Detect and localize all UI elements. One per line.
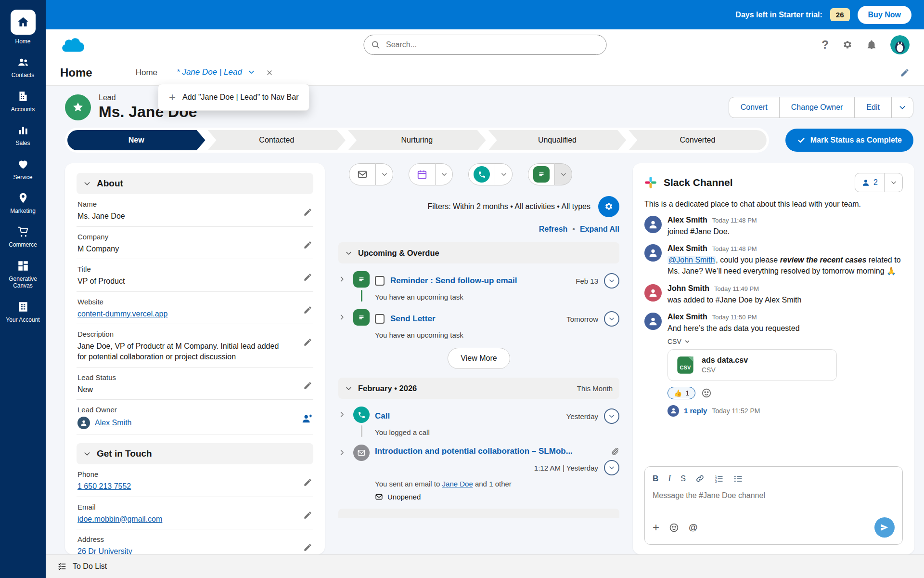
add-to-nav-popup[interactable]: + Add "Jane Doe | Lead" to Nav Bar bbox=[158, 84, 309, 111]
edit-pencil-icon[interactable] bbox=[303, 543, 312, 552]
user-mention[interactable]: @John Smith bbox=[667, 256, 716, 264]
reaction-pill[interactable]: 👍 1 bbox=[667, 387, 695, 399]
task-title-link[interactable]: Reminder : Send follow-up email bbox=[390, 276, 517, 286]
item-actions-button[interactable] bbox=[604, 273, 619, 289]
phone-link[interactable]: 1 650 213 7552 bbox=[77, 482, 131, 490]
ordered-list-icon[interactable]: 123 bbox=[714, 474, 724, 484]
sidebar-item-service[interactable]: Service bbox=[0, 158, 46, 181]
convert-button[interactable]: Convert bbox=[729, 97, 780, 118]
edit-pencil-icon[interactable] bbox=[900, 68, 910, 78]
slack-dropdown-button[interactable] bbox=[885, 173, 903, 192]
refresh-link[interactable]: Refresh bbox=[539, 225, 568, 234]
buy-now-button[interactable]: Buy Now bbox=[858, 6, 911, 24]
email-link[interactable]: jdoe.mobbin@gmail.com bbox=[77, 515, 162, 523]
website-link[interactable]: content-dummy.vercel.app bbox=[77, 310, 167, 318]
sidebar-item-sales[interactable]: Sales bbox=[0, 124, 46, 146]
more-actions-button[interactable] bbox=[891, 97, 913, 118]
thread-reply-row[interactable]: 1 reply Today 11:52 PM bbox=[667, 405, 903, 417]
sidebar-item-generative-canvas[interactable]: Generative Canvas bbox=[0, 260, 46, 289]
help-icon[interactable]: ? bbox=[821, 38, 829, 52]
email-dropdown-button[interactable] bbox=[376, 163, 393, 185]
attach-plus-icon[interactable]: + bbox=[653, 522, 659, 533]
activity-settings-button[interactable] bbox=[598, 196, 619, 217]
item-actions-button[interactable] bbox=[604, 311, 619, 327]
chevron-down-icon[interactable] bbox=[248, 68, 255, 76]
address-link[interactable]: 26 Dr University bbox=[77, 546, 177, 554]
task-checkbox[interactable] bbox=[375, 276, 385, 286]
path-stage-unqualified[interactable]: Unqualified bbox=[488, 130, 627, 150]
event-dropdown-button[interactable] bbox=[436, 163, 453, 185]
attachment-toggle[interactable]: CSV bbox=[667, 338, 903, 345]
task-checkbox[interactable] bbox=[375, 314, 385, 324]
edit-pencil-icon[interactable] bbox=[303, 305, 312, 315]
path-stage-converted[interactable]: Converted bbox=[629, 130, 767, 150]
link-icon[interactable] bbox=[695, 474, 705, 483]
edit-pencil-icon[interactable] bbox=[303, 240, 312, 250]
month-section-header[interactable]: February • 2026 This Month bbox=[338, 378, 619, 399]
new-event-button[interactable] bbox=[409, 163, 436, 185]
expand-item-icon[interactable] bbox=[338, 407, 348, 437]
sidebar-item-home[interactable]: Home bbox=[0, 10, 46, 45]
view-more-button[interactable]: View More bbox=[448, 348, 510, 369]
edit-pencil-icon[interactable] bbox=[303, 208, 312, 217]
channel-members-button[interactable]: 2 bbox=[855, 173, 885, 192]
log-call-button[interactable] bbox=[468, 163, 495, 185]
send-message-button[interactable] bbox=[874, 517, 895, 538]
path-stage-new[interactable]: New bbox=[67, 130, 205, 150]
item-actions-button[interactable] bbox=[604, 408, 619, 424]
change-owner-button[interactable]: Change Owner bbox=[779, 97, 855, 118]
mention-at-icon[interactable]: @ bbox=[689, 522, 698, 533]
italic-icon[interactable]: I bbox=[668, 473, 671, 484]
sidebar-item-commerce[interactable]: Commerce bbox=[0, 225, 46, 248]
reply-link[interactable]: 1 reply bbox=[684, 407, 707, 415]
expand-item-icon[interactable] bbox=[338, 445, 348, 501]
search-input[interactable] bbox=[363, 35, 606, 55]
edit-pencil-icon[interactable] bbox=[303, 511, 312, 520]
emoji-icon[interactable] bbox=[669, 523, 679, 533]
edit-pencil-icon[interactable] bbox=[303, 338, 312, 347]
sidebar-item-your-account[interactable]: Your Account bbox=[0, 301, 46, 323]
path-stage-contacted[interactable]: Contacted bbox=[208, 130, 346, 150]
gear-icon[interactable] bbox=[842, 39, 853, 50]
sidebar-item-accounts[interactable]: Accounts bbox=[0, 90, 46, 113]
mark-status-complete-button[interactable]: Mark Status as Complete bbox=[785, 129, 913, 152]
call-dropdown-button[interactable] bbox=[495, 163, 513, 185]
expand-item-icon[interactable] bbox=[338, 309, 348, 339]
bell-icon[interactable] bbox=[866, 39, 877, 50]
user-avatar[interactable] bbox=[890, 35, 910, 54]
bullet-list-icon[interactable] bbox=[733, 474, 743, 484]
edit-pencil-icon[interactable] bbox=[303, 273, 312, 282]
about-section-header[interactable]: About bbox=[77, 173, 313, 194]
timeline-item-call: Call Yesterday You logged a call bbox=[338, 407, 619, 437]
call-title-link[interactable]: Call bbox=[375, 411, 390, 421]
path-stage-nurturing[interactable]: Nurturing bbox=[348, 130, 486, 150]
upcoming-overdue-header[interactable]: Upcoming & Overdue bbox=[338, 242, 619, 263]
email-title-link[interactable]: Introduction and potential collaboration… bbox=[375, 447, 573, 456]
todo-list-label[interactable]: To Do List bbox=[73, 562, 107, 571]
recipient-link[interactable]: Jane Doe bbox=[442, 480, 473, 488]
new-task-button[interactable] bbox=[528, 163, 555, 185]
message-input[interactable]: Message the #Jane Doe channel bbox=[653, 491, 895, 511]
sidebar-item-marketing[interactable]: Marketing bbox=[0, 192, 46, 214]
bold-icon[interactable]: B bbox=[653, 474, 658, 484]
change-owner-icon[interactable] bbox=[302, 413, 312, 424]
tab-jane-doe-lead[interactable]: * Jane Doe | Lead bbox=[172, 60, 260, 85]
task-dropdown-button[interactable] bbox=[555, 163, 572, 185]
strikethrough-icon[interactable]: S bbox=[680, 474, 686, 483]
compose-email-button[interactable] bbox=[349, 163, 376, 185]
close-tab-icon[interactable] bbox=[266, 69, 273, 77]
owner-link[interactable]: Alex Smith bbox=[95, 418, 131, 428]
edit-button[interactable]: Edit bbox=[854, 97, 892, 118]
file-attachment[interactable]: CSV ads data.csv CSV bbox=[667, 349, 837, 381]
add-reaction-icon[interactable] bbox=[701, 388, 712, 398]
sidebar-item-contacts[interactable]: Contacts bbox=[0, 56, 46, 79]
expand-all-link[interactable]: Expand All bbox=[580, 225, 619, 234]
edit-pencil-icon[interactable] bbox=[303, 381, 312, 390]
get-in-touch-section-header[interactable]: Get in Touch bbox=[77, 443, 313, 464]
tab-home[interactable]: Home bbox=[121, 68, 172, 78]
item-actions-button[interactable] bbox=[604, 460, 619, 475]
edit-pencil-icon[interactable] bbox=[303, 478, 312, 487]
task-title-link[interactable]: Send Letter bbox=[390, 314, 436, 324]
expand-item-icon[interactable] bbox=[338, 271, 348, 302]
record-actions: Convert Change Owner Edit bbox=[729, 97, 913, 118]
